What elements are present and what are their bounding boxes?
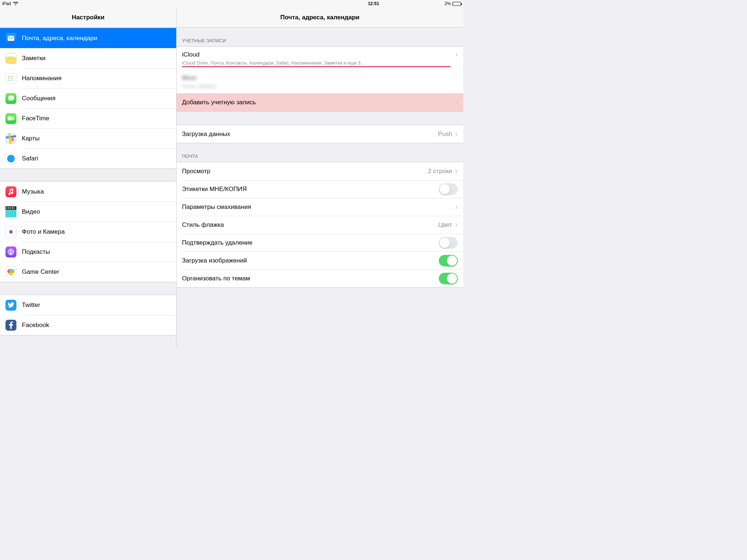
facetime-icon — [5, 113, 16, 124]
sidebar-item-music[interactable]: Музыка — [0, 182, 176, 202]
accounts-section-header: УЧЕТНЫЕ ЗАПИСИ — [177, 28, 463, 46]
sidebar-title: Настройки — [0, 7, 176, 28]
chevron-right-icon: › — [455, 129, 458, 139]
podcasts-icon — [5, 246, 16, 257]
swipe-row[interactable]: Параметры смахивания › — [177, 198, 463, 216]
fetch-list: Загрузка данных Push › — [177, 125, 463, 143]
sidebar-item-video[interactable]: Видео — [0, 202, 176, 222]
svg-rect-18 — [5, 210, 16, 217]
svg-rect-15 — [10, 207, 11, 209]
svg-rect-16 — [12, 207, 13, 209]
svg-point-1 — [8, 76, 9, 77]
sidebar-item-maps[interactable]: Карты — [0, 128, 176, 148]
fetch-value: Push — [438, 131, 452, 138]
sidebar-item-label: Карты — [22, 135, 171, 142]
account-title: iCloud — [182, 51, 455, 58]
add-account-label: Добавить учетную запись — [182, 99, 455, 106]
maps-icon — [5, 133, 16, 144]
sidebar-item-label: Видео — [22, 208, 171, 215]
sidebar-item-label: Safari — [22, 155, 171, 162]
sidebar-item-label: FaceTime — [22, 115, 171, 122]
sidebar-item-reminders[interactable]: Напоминания — [0, 68, 176, 88]
chevron-right-icon: › — [455, 167, 458, 176]
organize-row[interactable]: Организовать по темам — [177, 269, 463, 287]
sidebar-item-mail[interactable]: Почта, адреса, календари — [0, 28, 176, 48]
organize-label: Организовать по темам — [182, 275, 439, 282]
photos-icon — [5, 226, 16, 237]
sidebar-item-label: Twitter — [22, 302, 171, 309]
mail-list: Просмотр 2 строки › Этикетки МНЕ/КОПИЯ П… — [177, 162, 463, 288]
messages-icon — [5, 93, 16, 104]
load-images-toggle[interactable] — [439, 255, 458, 267]
sidebar-item-label: Подкасты — [22, 248, 171, 256]
sidebar-item-notes[interactable]: Заметки — [0, 48, 176, 68]
chevron-right-icon: › — [455, 202, 458, 212]
video-icon — [5, 206, 16, 217]
reminders-icon — [5, 73, 16, 84]
svg-point-29 — [10, 250, 12, 252]
labels-toggle[interactable] — [439, 183, 458, 195]
flag-row[interactable]: Стиль флажка Цвет › — [177, 216, 463, 234]
status-time: 12:51 — [368, 1, 379, 6]
sidebar-item-label: Почта, адреса, календари — [22, 35, 171, 42]
organize-toggle[interactable] — [439, 273, 458, 284]
preview-value: 2 строки — [428, 168, 452, 175]
preview-row[interactable]: Просмотр 2 строки › — [177, 162, 463, 180]
notes-icon — [5, 53, 16, 64]
sidebar-item-label: Музыка — [22, 188, 171, 195]
sidebar-group-3: Twitter Facebook — [0, 295, 176, 335]
preview-label: Просмотр — [182, 168, 428, 175]
accounts-list: iCloud › iCloud Drive, Почта, Контакты, … — [177, 46, 463, 112]
sidebar-item-facetime[interactable]: FaceTime — [0, 108, 176, 128]
mail-icon — [5, 33, 16, 44]
sidebar-item-gamecenter[interactable]: Game Center — [0, 262, 176, 282]
svg-rect-6 — [10, 80, 13, 81]
labels-label: Этикетки МНЕ/КОПИЯ — [182, 186, 439, 193]
chevron-right-icon: › — [455, 73, 458, 83]
svg-point-9 — [11, 138, 14, 141]
sidebar-item-safari[interactable]: Safari — [0, 148, 176, 168]
sidebar-item-label: Facebook — [22, 322, 171, 329]
account-secondary[interactable]: Mxxx › Почта, Заметки — [177, 70, 463, 93]
add-account-row[interactable]: Добавить учетную запись › — [177, 93, 463, 111]
detail-title: Почта, адреса, календари — [177, 7, 463, 28]
twitter-icon — [5, 300, 16, 311]
svg-rect-14 — [8, 207, 9, 209]
wifi-icon — [13, 2, 18, 5]
svg-rect-0 — [8, 36, 14, 41]
svg-rect-2 — [10, 76, 13, 77]
svg-point-5 — [8, 79, 9, 81]
chevron-right-icon: › — [455, 220, 458, 230]
account-subtitle: iCloud Drive, Почта, Контакты, Календари… — [182, 60, 450, 67]
sidebar-item-facebook[interactable]: Facebook — [0, 315, 176, 335]
sidebar-group-1: Почта, адреса, календари Заметки Напомин… — [0, 28, 176, 169]
sidebar-item-twitter[interactable]: Twitter — [0, 295, 176, 315]
sidebar-group-2: Музыка Видео Фото и Камера Подкасты Game… — [0, 181, 176, 282]
confirm-delete-label: Подтверждать удаление — [182, 239, 439, 246]
labels-row[interactable]: Этикетки МНЕ/КОПИЯ — [177, 180, 463, 198]
confirm-delete-toggle[interactable] — [439, 237, 458, 249]
svg-rect-4 — [10, 78, 13, 79]
music-icon — [5, 186, 16, 197]
sidebar-item-photos[interactable]: Фото и Камера — [0, 222, 176, 242]
sidebar-item-label: Фото и Камера — [22, 228, 171, 236]
load-images-row[interactable]: Загрузка изображений — [177, 252, 463, 269]
account-subtitle: Почта, Заметки — [182, 83, 450, 89]
fetch-row[interactable]: Загрузка данных Push › — [177, 125, 463, 143]
account-icloud[interactable]: iCloud › iCloud Drive, Почта, Контакты, … — [177, 47, 463, 70]
swipe-label: Параметры смахивания — [182, 203, 455, 211]
sidebar-item-label: Сообщения — [22, 95, 171, 102]
confirm-delete-row[interactable]: Подтверждать удаление — [177, 234, 463, 252]
chevron-right-icon: › — [455, 98, 458, 107]
mail-section-header: ПОЧТА — [177, 143, 463, 162]
facebook-icon — [5, 320, 16, 331]
sidebar-item-messages[interactable]: Сообщения — [0, 88, 176, 108]
load-images-label: Загрузка изображений — [182, 257, 439, 264]
account-title: Mxxx — [182, 74, 455, 82]
svg-rect-13 — [6, 207, 7, 209]
sidebar-item-podcasts[interactable]: Подкасты — [0, 242, 176, 262]
battery-percent: 2% — [445, 1, 451, 6]
sidebar-item-label: Game Center — [22, 268, 171, 276]
device-label: iPad — [2, 1, 11, 6]
svg-point-33 — [9, 269, 13, 272]
